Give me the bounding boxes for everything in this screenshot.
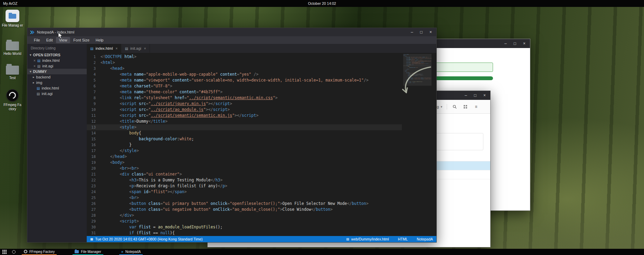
menu-view[interactable]: View (56, 37, 70, 43)
file-icon: ▤ (37, 86, 40, 90)
desktop-icon-hello-world[interactable]: Hello World (1, 41, 23, 56)
maximize-icon[interactable]: □ (514, 41, 516, 46)
code-line-6[interactable]: 6 <meta charset="UTF-8"> (87, 83, 402, 89)
notepada-titlebar[interactable]: NotepadA - index.html – □ × (27, 28, 436, 36)
filemanager-icon (6, 10, 19, 22)
status-app: NotepadA (417, 237, 433, 241)
search-button[interactable] (452, 104, 458, 110)
code-line-19[interactable]: 19 <body> (87, 160, 402, 166)
taskbar-item-label: File Manager (81, 250, 101, 254)
code-line-26[interactable]: 26 <button class="ui primary button" onc… (87, 201, 402, 207)
code-line-22[interactable]: 22 <h3>This is a Dummy Testing Module</h… (87, 177, 402, 183)
code-line-30[interactable]: 30 var flist = ao_module_loadInputFiles(… (87, 224, 402, 230)
code-line-5[interactable]: 5 <meta name="viewport" content="user-sc… (87, 77, 402, 83)
file-icon: ▤ (37, 64, 40, 68)
minimap[interactable]: <!DOCTYPE html><html> <head> <meta name=… (403, 54, 432, 106)
sidebar: Directory Listing ▾ OPEN EDITORS ×▤index… (27, 44, 87, 242)
menu-help[interactable]: Help (93, 37, 107, 43)
code-line-28[interactable]: 28 </div> (87, 212, 402, 218)
close-icon[interactable]: × (483, 93, 486, 97)
code-line-23[interactable]: 23 <p>Received drag-in filelist (if any)… (87, 183, 402, 189)
close-tab-icon[interactable]: × (116, 47, 118, 50)
code-line-10[interactable]: 10 <script src="../script/ao_module.js">… (87, 107, 402, 113)
code-lines[interactable]: 1<!DOCTYPE html>2<html>3 <head>4 <meta n… (87, 54, 402, 236)
code-line-7[interactable]: 7 <meta name="theme-color" content="#4b7… (87, 89, 402, 95)
tab-init.agi[interactable]: ▤init.agi× (121, 44, 150, 53)
close-tab-icon[interactable]: × (144, 47, 146, 50)
code-line-9[interactable]: 9 <script src="../script/jquery.min.js">… (87, 101, 402, 107)
tree-file-init.agi[interactable]: ▤init.agi (27, 91, 87, 96)
taskbar-item-notepada[interactable]: NotepadA (119, 249, 143, 255)
open-editor-init.agi[interactable]: ×▤init.agi (27, 63, 87, 69)
code-line-18[interactable]: 18 </head> (87, 154, 402, 160)
code-line-15[interactable]: 15 background-color:white; (87, 136, 402, 142)
code-line-8[interactable]: 8 <link rel="stylesheet" href="../script… (87, 95, 402, 101)
code-line-17[interactable]: 17 </style> (87, 148, 402, 154)
notepad-icon (121, 250, 123, 254)
code-line-24[interactable]: 24 <span id="flist"></span> (87, 189, 402, 195)
code-line-25[interactable]: 25 <br> (87, 195, 402, 201)
code-line-1[interactable]: 1<!DOCTYPE html> (87, 54, 402, 60)
line-number: 29 (87, 218, 101, 224)
desktop-icon-ffmpeg-fa-ctory[interactable]: FFmpeg Fa ctory (1, 89, 23, 111)
launcher-grid-icon[interactable] (2, 250, 7, 254)
minimize-icon[interactable]: – (411, 30, 413, 34)
code-line-13[interactable]: 13 <style> (87, 124, 402, 130)
round-icon (6, 89, 19, 102)
menu-file[interactable]: File (31, 37, 43, 43)
maximize-icon[interactable]: □ (420, 30, 423, 34)
open-editor-index.html[interactable]: ×▤index.html (27, 58, 87, 63)
code-line-20[interactable]: 20 <br><br> (87, 166, 402, 171)
desktop-icon-file-manag-er[interactable]: File Manag er (1, 10, 23, 28)
toolbar-divider (447, 104, 447, 110)
chevron-right-icon: ▸ (33, 81, 35, 84)
code-line-31[interactable]: 31 if (flist == null){ (87, 230, 402, 236)
code-line-27[interactable]: 27 <button class="ui negative button" on… (87, 207, 402, 212)
tree-folder-img[interactable]: ▸img (27, 80, 87, 85)
line-number: 12 (87, 119, 101, 124)
code-line-12[interactable]: 12 <title>Dummy</title> (87, 119, 402, 124)
list-view-button[interactable]: ≡ (473, 104, 479, 110)
minimize-icon[interactable]: – (504, 41, 507, 46)
status-language[interactable]: HTML (398, 237, 408, 241)
desktop-icon-test[interactable]: Test (1, 66, 23, 80)
status-bar: ▦ Tue Oct 20 2020 14:01:43 GMT+0800 (Hon… (87, 236, 436, 242)
code-line-4[interactable]: 4 <meta name="apple-mobile-web-app-capab… (87, 72, 402, 77)
code-line-29[interactable]: 29 <script> (87, 218, 402, 224)
menu-font-size[interactable]: Font Size (70, 37, 92, 43)
code-line-3[interactable]: 3 <head> (87, 66, 402, 72)
code-line-2[interactable]: 2<html> (87, 60, 402, 66)
tree-file-index.html[interactable]: ▤index.html (27, 85, 87, 91)
line-number: 19 (87, 160, 101, 166)
minimize-icon[interactable]: – (465, 93, 467, 97)
folder-dummy-section[interactable]: ▾ DUMMY (27, 69, 87, 74)
minimap-slider[interactable] (403, 54, 432, 86)
chevron-down-icon: ▾ (441, 105, 442, 108)
menu-edit[interactable]: Edit (43, 37, 56, 43)
system-circle-icon[interactable] (12, 250, 16, 254)
code-editor[interactable]: 1<!DOCTYPE html>2<html>3 <head>4 <meta n… (87, 53, 436, 236)
close-icon[interactable]: × (429, 30, 432, 34)
tree-folder-backend[interactable]: ▸backend (27, 74, 87, 80)
code-line-16[interactable]: 16 } (87, 142, 402, 148)
line-number: 13 (87, 124, 101, 130)
status-file-path[interactable]: ▤ web/Dummy/index.html (346, 237, 389, 241)
close-icon[interactable]: × (523, 41, 525, 46)
taskbar-item-file-manager[interactable]: File Manager (73, 249, 103, 255)
close-file-icon[interactable]: × (34, 64, 36, 68)
notepada-window: NotepadA - index.html – □ × FileEditView… (27, 28, 437, 243)
window-controls: – □ × (411, 30, 436, 34)
grid-view-button[interactable] (462, 104, 468, 110)
code-line-21[interactable]: 21 <div class="ui container"> (87, 171, 402, 177)
maximize-icon[interactable]: □ (474, 93, 476, 97)
sidebar-title: Directory Listing (27, 44, 87, 52)
open-editors-section[interactable]: ▾ OPEN EDITORS (27, 52, 87, 58)
file-name: backend (36, 75, 51, 79)
host-menu[interactable]: My ArOZ (0, 1, 17, 6)
tab-index.html[interactable]: ▤index.html× (87, 44, 121, 53)
code-line-11[interactable]: 11 <script src="../script/semantic/seman… (87, 113, 402, 119)
taskbar-item-ffmpeg-factory[interactable]: FFmpeg Factory (22, 249, 57, 255)
close-file-icon[interactable]: × (34, 59, 36, 63)
chevron-down-icon: ▾ (30, 53, 31, 57)
code-line-14[interactable]: 14 body{ (87, 130, 402, 136)
